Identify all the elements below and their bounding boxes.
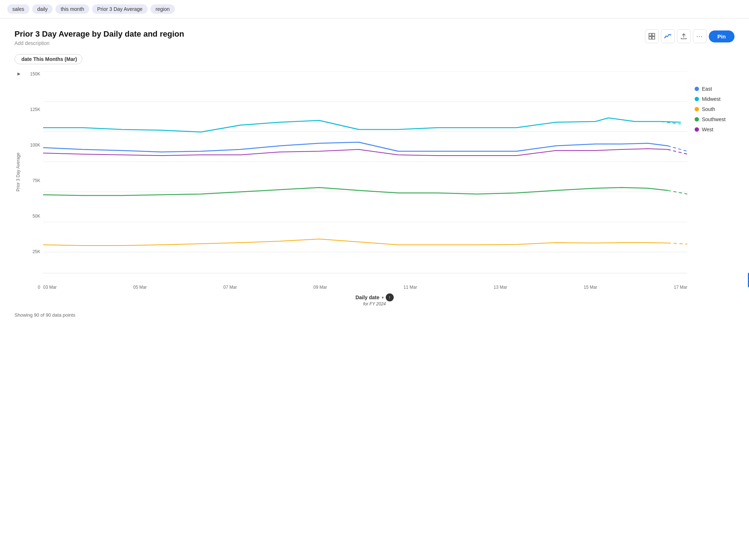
- y-axis: 150K 125K 100K 75K 50K 25K 0: [23, 71, 43, 290]
- legend-dot-midwest: [695, 97, 699, 101]
- y-axis-label: Prior 3 Day Average: [16, 78, 21, 266]
- x-tick-15mar: 15 Mar: [584, 285, 597, 290]
- legend-label-south: South: [702, 106, 715, 112]
- x-tick-05mar: 05 Mar: [133, 285, 147, 290]
- chart-main: 150K 125K 100K 75K 50K 25K 0: [23, 71, 687, 290]
- more-options-button[interactable]: ···: [693, 29, 707, 43]
- data-points-note: Showing 90 of 90 data points: [15, 312, 734, 318]
- y-axis-arrow-icon: ▶: [17, 71, 20, 76]
- y-tick-0: 0: [23, 285, 40, 290]
- tag-prior3day[interactable]: Prior 3 Day Average: [92, 4, 148, 14]
- chart-title-block: Prior 3 Day Average by Daily date and re…: [15, 29, 184, 46]
- legend-label-midwest: Midwest: [702, 96, 720, 102]
- x-axis: 03 Mar 05 Mar 07 Mar 09 Mar 11 Mar 13 Ma…: [43, 283, 687, 290]
- legend-dot-south: [695, 107, 699, 111]
- chart-header: Prior 3 Day Average by Daily date and re…: [15, 29, 734, 46]
- content-area: Prior 3 Day Average by Daily date and re…: [0, 18, 749, 329]
- y-axis-label-container: ▶ Prior 3 Day Average: [15, 71, 23, 290]
- legend-dot-southwest: [695, 117, 699, 122]
- x-tick-03mar: 03 Mar: [43, 285, 57, 290]
- table-view-button[interactable]: [645, 29, 659, 43]
- chart-description[interactable]: Add description: [15, 40, 184, 46]
- chart-legend: East Midwest South Southwest West: [687, 71, 734, 290]
- chart-footer: Daily date ▾ ↑ for FY 2024: [15, 293, 734, 306]
- y-tick-150k: 150K: [23, 71, 40, 77]
- y-tick-50k: 50K: [23, 214, 40, 219]
- legend-south: South: [695, 106, 734, 112]
- chart-title: Prior 3 Day Average by Daily date and re…: [15, 29, 184, 39]
- legend-east: East: [695, 86, 734, 92]
- x-tick-09mar: 09 Mar: [314, 285, 327, 290]
- legend-dot-east: [695, 87, 699, 91]
- export-icon: [680, 33, 687, 40]
- filter-label: date: [21, 56, 32, 62]
- chart-area: ▶ Prior 3 Day Average 150K 125K 100K 75K…: [15, 71, 734, 290]
- tag-thismonth[interactable]: this month: [55, 4, 89, 14]
- y-tick-125k: 125K: [23, 107, 40, 112]
- legend-label-west: West: [702, 127, 713, 132]
- date-filter-pill[interactable]: date This Months (Mar): [15, 54, 82, 64]
- legend-label-east: East: [702, 86, 712, 92]
- svg-rect-1: [652, 33, 655, 36]
- svg-rect-3: [652, 37, 655, 39]
- svg-rect-2: [649, 37, 651, 39]
- legend-midwest: Midwest: [695, 96, 734, 102]
- table-icon: [649, 33, 655, 40]
- line-chart-svg: [43, 71, 687, 282]
- y-tick-100k: 100K: [23, 143, 40, 148]
- x-tick-07mar: 07 Mar: [223, 285, 237, 290]
- filter-value: This Months (Mar): [33, 56, 77, 62]
- legend-dot-west: [695, 127, 699, 132]
- tag-daily[interactable]: daily: [32, 4, 53, 14]
- fy-label: for FY 2024: [15, 301, 734, 306]
- x-axis-label: Daily date: [355, 295, 379, 300]
- more-icon: ···: [696, 33, 703, 40]
- x-tick-13mar: 13 Mar: [494, 285, 507, 290]
- chart-toolbar: ··· Pin: [645, 29, 734, 43]
- pin-button[interactable]: Pin: [709, 30, 734, 42]
- legend-west: West: [695, 127, 734, 132]
- x-axis-label-row: Daily date ▾ ↑: [355, 293, 393, 301]
- tag-sales[interactable]: sales: [7, 4, 29, 14]
- legend-southwest: Southwest: [695, 116, 734, 122]
- y-tick-75k: 75K: [23, 178, 40, 183]
- sort-ascending-button[interactable]: ↑: [386, 293, 394, 301]
- top-bar: sales daily this month Prior 3 Day Avera…: [0, 0, 749, 18]
- sort-dropdown-icon[interactable]: ▾: [382, 296, 384, 300]
- legend-label-southwest: Southwest: [702, 116, 725, 122]
- export-button[interactable]: [677, 29, 691, 43]
- y-tick-25k: 25K: [23, 249, 40, 254]
- chart-body: 03 Mar 05 Mar 07 Mar 09 Mar 11 Mar 13 Ma…: [43, 71, 687, 290]
- svg-rect-0: [649, 33, 651, 36]
- tag-region[interactable]: region: [150, 4, 175, 14]
- line-chart-view-button[interactable]: [661, 29, 675, 43]
- x-tick-17mar: 17 Mar: [674, 285, 687, 290]
- x-tick-11mar: 11 Mar: [404, 285, 417, 290]
- line-chart-icon: [664, 33, 671, 40]
